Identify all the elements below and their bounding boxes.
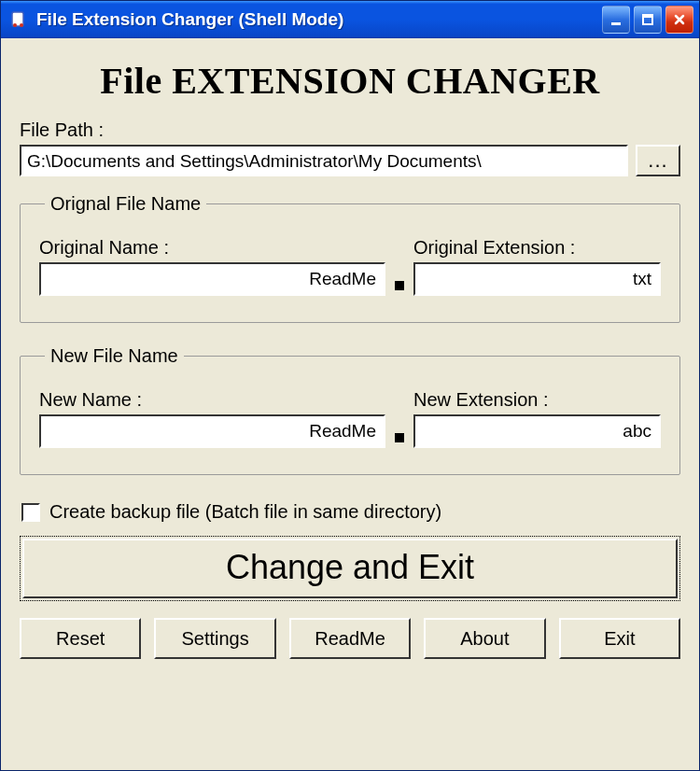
filepath-label: File Path : — [20, 119, 680, 141]
titlebar: File Extension Changer (Shell Mode) — [1, 1, 699, 38]
original-ext-label: Original Extension : — [413, 237, 661, 259]
original-group-legend: Orignal File Name — [45, 193, 206, 215]
app-icon — [8, 9, 29, 30]
new-name-input[interactable]: ReadMe — [39, 414, 385, 448]
primary-action-focus-ring: Change and Exit — [20, 536, 680, 601]
svg-rect-3 — [611, 22, 621, 25]
dot-separator-icon — [395, 281, 404, 290]
change-and-exit-button[interactable]: Change and Exit — [22, 539, 678, 598]
window-title: File Extension Changer (Shell Mode) — [36, 9, 602, 30]
backup-checkbox[interactable] — [21, 503, 40, 522]
new-ext-input[interactable]: abc — [413, 414, 661, 448]
svg-point-1 — [13, 23, 17, 27]
app-window: File Extension Changer (Shell Mode) File… — [0, 0, 700, 771]
settings-button[interactable]: Settings — [154, 618, 275, 659]
backup-row: Create backup file (Batch file in same d… — [21, 501, 680, 523]
maximize-button[interactable] — [634, 6, 662, 34]
backup-label: Create backup file (Batch file in same d… — [49, 501, 441, 523]
original-filename-group: Orignal File Name Original Name : ReadMe… — [20, 193, 680, 323]
filepath-row: G:\Documents and Settings\Administrator\… — [20, 145, 680, 176]
client-area: File EXTENSION CHANGER File Path : G:\Do… — [1, 38, 699, 770]
new-filename-group: New File Name New Name : ReadMe New Exte… — [20, 345, 680, 475]
minimize-button[interactable] — [602, 6, 630, 34]
exit-button[interactable]: Exit — [559, 618, 680, 659]
original-ext-input[interactable]: txt — [413, 262, 661, 296]
bottom-button-row: Reset Settings ReadMe About Exit — [20, 618, 680, 659]
page-title: File EXTENSION CHANGER — [20, 59, 680, 103]
original-name-input[interactable]: ReadMe — [39, 262, 385, 296]
close-button[interactable] — [665, 6, 693, 34]
reset-button[interactable]: Reset — [20, 618, 141, 659]
new-ext-label: New Extension : — [413, 389, 661, 411]
dot-separator-icon — [395, 433, 404, 442]
browse-button[interactable]: ... — [636, 145, 680, 176]
svg-point-2 — [20, 23, 23, 27]
new-name-label: New Name : — [39, 389, 385, 411]
readme-button[interactable]: ReadMe — [289, 618, 411, 659]
svg-rect-5 — [643, 15, 652, 18]
new-group-legend: New File Name — [45, 345, 184, 367]
filepath-input[interactable]: G:\Documents and Settings\Administrator\… — [20, 145, 628, 176]
about-button[interactable]: About — [424, 618, 545, 659]
original-name-label: Original Name : — [39, 237, 385, 259]
window-controls — [602, 6, 693, 34]
